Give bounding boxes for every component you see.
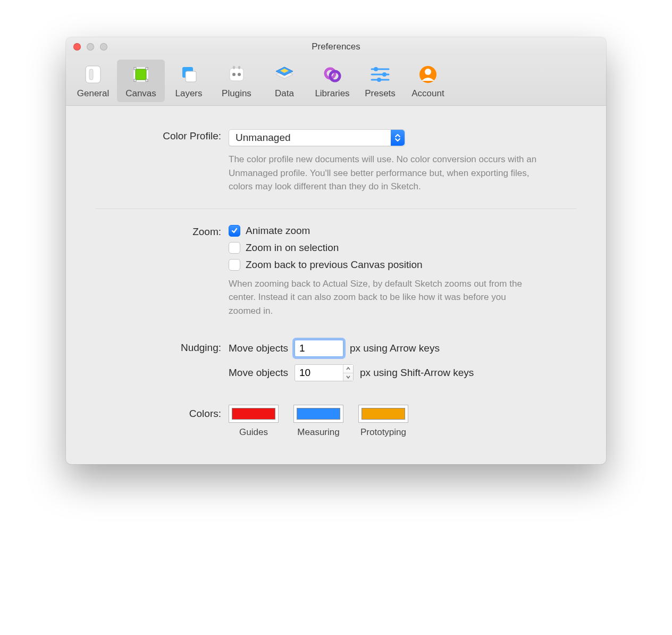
tab-label: Layers bbox=[175, 88, 202, 99]
zoom-back-prev-label: Zoom back to previous Canvas position bbox=[246, 259, 423, 271]
account-icon bbox=[415, 62, 441, 87]
presets-icon bbox=[367, 62, 393, 87]
tab-libraries[interactable]: Libraries bbox=[308, 60, 356, 102]
tab-layers[interactable]: Layers bbox=[165, 60, 213, 102]
tab-general[interactable]: General bbox=[69, 60, 117, 102]
tab-plugins[interactable]: Plugins bbox=[213, 60, 261, 102]
color-profile-label: Color Profile: bbox=[96, 129, 229, 142]
svg-rect-9 bbox=[186, 71, 196, 82]
stepper-down-icon[interactable] bbox=[343, 373, 353, 381]
zoom-on-selection-row[interactable]: Zoom in on selection bbox=[229, 242, 576, 254]
preferences-body: Color Profile: Unmanaged The color profi… bbox=[66, 106, 606, 464]
animate-zoom-checkbox[interactable] bbox=[229, 225, 240, 237]
nudge-shift-input[interactable] bbox=[295, 365, 343, 381]
window-title: Preferences bbox=[312, 41, 360, 52]
color-profile-help: The color profile new documents will use… bbox=[229, 153, 553, 194]
svg-point-21 bbox=[374, 67, 378, 71]
svg-rect-5 bbox=[146, 68, 148, 70]
plugins-icon bbox=[224, 62, 249, 87]
zoom-button[interactable] bbox=[100, 43, 107, 51]
zoom-on-selection-label: Zoom in on selection bbox=[246, 242, 339, 254]
tab-label: Account bbox=[411, 88, 444, 99]
svg-point-11 bbox=[232, 73, 236, 76]
tab-presets[interactable]: Presets bbox=[356, 60, 404, 102]
zoom-back-prev-row[interactable]: Zoom back to previous Canvas position bbox=[229, 259, 576, 271]
select-arrows-icon bbox=[391, 130, 405, 146]
color-well-prototyping[interactable] bbox=[358, 405, 408, 423]
tab-account[interactable]: Account bbox=[404, 60, 452, 102]
layers-icon bbox=[176, 62, 201, 87]
nudge-shift-prefix: Move objects bbox=[229, 367, 288, 379]
preferences-toolbar: General Canvas bbox=[66, 56, 606, 106]
svg-rect-1 bbox=[89, 69, 93, 80]
svg-rect-14 bbox=[238, 66, 240, 69]
color-swatch-measuring bbox=[297, 408, 340, 420]
svg-rect-3 bbox=[136, 69, 146, 80]
svg-rect-13 bbox=[233, 66, 235, 69]
color-label-prototyping: Prototyping bbox=[360, 427, 406, 438]
minimize-button[interactable] bbox=[87, 43, 94, 51]
svg-point-12 bbox=[238, 73, 241, 76]
color-profile-value: Unmanaged bbox=[229, 132, 391, 144]
tab-label: Presets bbox=[365, 88, 396, 99]
svg-point-27 bbox=[425, 69, 431, 75]
color-well-measuring[interactable] bbox=[293, 405, 343, 423]
color-label-guides: Guides bbox=[239, 427, 268, 438]
color-profile-select[interactable]: Unmanaged bbox=[229, 129, 405, 146]
tab-label: General bbox=[77, 88, 109, 99]
tab-label: Canvas bbox=[125, 88, 156, 99]
libraries-icon bbox=[320, 62, 345, 87]
tab-label: Plugins bbox=[222, 88, 251, 99]
tab-canvas[interactable]: Canvas bbox=[117, 60, 165, 102]
nudge-arrow-input[interactable] bbox=[295, 340, 343, 356]
data-icon bbox=[272, 62, 297, 87]
svg-point-23 bbox=[382, 72, 387, 77]
colors-label: Colors: bbox=[96, 405, 229, 420]
svg-rect-10 bbox=[230, 68, 243, 81]
color-well-guides[interactable] bbox=[229, 405, 279, 423]
preferences-window: Preferences General bbox=[66, 37, 606, 464]
zoom-back-prev-checkbox[interactable] bbox=[229, 259, 240, 271]
tab-data[interactable]: Data bbox=[261, 60, 308, 102]
nudge-shift-field-wrap bbox=[295, 364, 354, 381]
tab-label: Data bbox=[275, 88, 294, 99]
zoom-help: When zooming back to Actual Size, by def… bbox=[229, 277, 526, 318]
svg-point-25 bbox=[377, 78, 381, 82]
close-button[interactable] bbox=[73, 43, 81, 51]
separator bbox=[96, 208, 576, 209]
zoom-label: Zoom: bbox=[96, 225, 229, 238]
nudge-arrow-prefix: Move objects bbox=[229, 342, 288, 354]
canvas-icon bbox=[128, 62, 154, 87]
color-label-measuring: Measuring bbox=[297, 427, 339, 438]
general-icon bbox=[80, 62, 106, 87]
nudging-label: Nudging: bbox=[96, 340, 229, 354]
svg-rect-7 bbox=[146, 79, 148, 81]
color-swatch-guides bbox=[232, 408, 275, 420]
nudge-arrow-field-wrap bbox=[295, 340, 343, 357]
zoom-on-selection-checkbox[interactable] bbox=[229, 242, 240, 254]
color-swatch-prototyping bbox=[362, 408, 405, 420]
animate-zoom-label: Animate zoom bbox=[246, 225, 310, 237]
window-controls bbox=[73, 37, 107, 56]
nudge-shift-stepper[interactable] bbox=[343, 365, 353, 381]
titlebar: Preferences bbox=[66, 37, 606, 56]
svg-rect-4 bbox=[134, 68, 136, 70]
tab-label: Libraries bbox=[315, 88, 349, 99]
animate-zoom-row[interactable]: Animate zoom bbox=[229, 225, 576, 237]
nudge-arrow-suffix: px using Arrow keys bbox=[350, 342, 440, 354]
nudge-shift-suffix: px using Shift-Arrow keys bbox=[360, 367, 474, 379]
stepper-up-icon[interactable] bbox=[343, 365, 353, 373]
svg-rect-6 bbox=[134, 79, 136, 81]
